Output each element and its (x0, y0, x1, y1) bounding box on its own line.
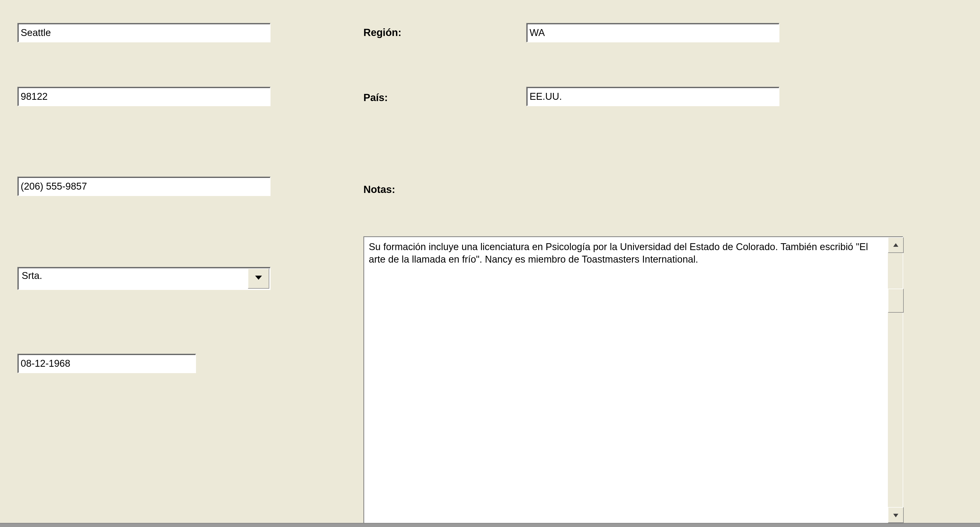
region-input[interactable] (526, 23, 780, 42)
svg-marker-1 (893, 243, 898, 247)
chevron-down-icon (255, 273, 262, 284)
birthdate-input[interactable] (18, 354, 196, 373)
postal-code-input[interactable] (18, 87, 270, 106)
notes-textarea[interactable] (364, 237, 887, 523)
title-combobox-button[interactable] (248, 269, 269, 289)
chevron-up-icon (893, 240, 899, 251)
region-label: Región: (363, 27, 401, 38)
notes-scrollbar[interactable] (887, 237, 903, 523)
window-bottom-border (0, 523, 980, 527)
country-label: País: (363, 92, 388, 103)
scroll-track[interactable] (888, 253, 903, 507)
country-input[interactable] (526, 87, 780, 106)
phone-input[interactable] (18, 177, 270, 196)
svg-marker-0 (255, 275, 262, 280)
title-combobox[interactable]: Srta. (18, 267, 270, 290)
scroll-up-button[interactable] (888, 237, 904, 253)
title-combobox-value: Srta. (18, 268, 247, 290)
svg-marker-2 (893, 514, 898, 517)
notes-field-wrapper (363, 236, 903, 524)
chevron-down-icon (893, 509, 899, 521)
notes-label: Notas: (363, 184, 395, 195)
city-input[interactable] (18, 23, 270, 42)
scroll-thumb[interactable] (888, 289, 904, 313)
scroll-down-button[interactable] (888, 507, 904, 523)
